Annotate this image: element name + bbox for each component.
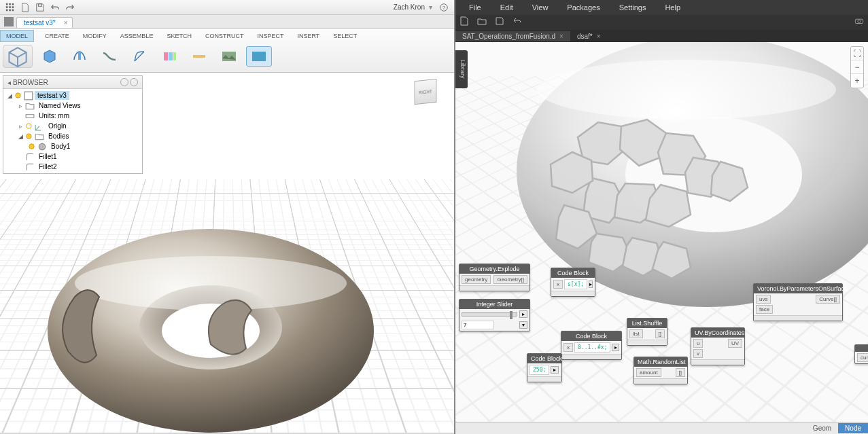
new-icon[interactable]	[459, 16, 469, 29]
code-text[interactable]: 0..1..#x;	[574, 342, 610, 352]
slider-value-input[interactable]	[462, 321, 494, 329]
menu-construct[interactable]: CONSTRUCT	[198, 31, 251, 41]
fit-view-icon[interactable]: ⛶	[851, 47, 863, 60]
port-out[interactable]: ▸	[519, 310, 527, 318]
viewcube[interactable]: RIGHT	[413, 79, 445, 111]
node-partial-curve[interactable]: curv	[854, 344, 868, 364]
node-voronoi[interactable]: Voronoi.ByParametersOnSurface uvsCurve[]…	[753, 283, 843, 321]
menu-edit[interactable]: Edit	[491, 1, 523, 14]
dynamo-workspace[interactable]: Library ⛶ − + Ge	[455, 42, 868, 422]
tree-units[interactable]: Units: mm	[3, 111, 142, 121]
tool-extrude[interactable]	[37, 46, 63, 67]
menu-view[interactable]: View	[523, 1, 558, 14]
home-icon[interactable]	[4, 17, 14, 26]
tree-origin[interactable]: ▹ Origin	[3, 121, 142, 131]
document-tab[interactable]: testsat v3* ×	[16, 17, 73, 28]
save-icon[interactable]	[34, 1, 46, 14]
close-icon[interactable]: ×	[597, 33, 601, 40]
port-out[interactable]: Curve[]	[816, 295, 840, 304]
tool-hole[interactable]	[156, 46, 182, 67]
undo-icon[interactable]	[49, 1, 61, 14]
node-list-shuffle[interactable]: List.Shuffle list[]	[627, 318, 667, 346]
menu-help[interactable]: Help	[655, 1, 690, 14]
menu-sketch[interactable]: SKETCH	[160, 31, 198, 41]
tree-named-views[interactable]: ▹ Named Views	[3, 101, 142, 111]
undo-icon[interactable]	[513, 16, 522, 29]
close-tab-icon[interactable]: ×	[64, 19, 68, 26]
redo-icon[interactable]	[64, 1, 76, 14]
port-in[interactable]: x	[553, 280, 563, 289]
tree-fillet2[interactable]: Fillet2	[3, 162, 142, 172]
port-out[interactable]: ▸	[551, 366, 559, 374]
open-icon[interactable]	[477, 16, 487, 29]
menu-select[interactable]: SELECT	[326, 31, 364, 41]
node-code-block-1[interactable]: Code Block xs[x];▸	[551, 268, 595, 297]
node-code-block-2[interactable]: Code Block x0..1..#x;▸	[561, 331, 622, 360]
expand-icon[interactable]: ◢	[6, 92, 13, 99]
port-out[interactable]: ▸	[612, 344, 619, 351]
visibility-icon[interactable]	[28, 143, 36, 151]
port-out[interactable]: ▸	[589, 281, 593, 288]
collapse-icon[interactable]: ◂	[7, 79, 11, 86]
save-icon[interactable]	[495, 16, 504, 29]
tree-root[interactable]: ◢ testsat v3	[3, 90, 142, 101]
port-in[interactable]: amount	[636, 368, 661, 377]
port-in-face[interactable]: face	[756, 305, 773, 314]
browser-header[interactable]: ◂ BROWSER	[3, 76, 142, 89]
port-out[interactable]: []	[655, 329, 665, 338]
node-integer-slider[interactable]: Integer Slider ▸ ▾	[459, 299, 530, 331]
workspace-selector[interactable]: MODEL	[0, 30, 34, 42]
node-geometry-explode[interactable]: Geometry.Explode geometryGeometry[]	[459, 264, 530, 291]
menu-assemble[interactable]: ASSEMBLE	[114, 31, 160, 41]
visibility-icon[interactable]	[25, 122, 33, 130]
tool-thread[interactable]	[186, 46, 212, 67]
menu-file[interactable]: File	[459, 1, 491, 14]
visibility-icon[interactable]	[25, 132, 33, 141]
code-text[interactable]: s[x];	[564, 279, 587, 289]
port-in[interactable]: list	[629, 329, 643, 338]
tree-fillet1[interactable]: Fillet1	[3, 151, 142, 162]
expand-icon[interactable]: ◢	[17, 133, 24, 140]
visibility-icon[interactable]	[14, 92, 22, 100]
tool-appearance[interactable]	[246, 46, 272, 67]
expand-icon[interactable]: ▹	[17, 103, 24, 109]
tree-bodies[interactable]: ◢ Bodies	[3, 131, 142, 141]
tool-box-primitive[interactable]	[3, 45, 33, 68]
torus-model[interactable]	[34, 195, 387, 434]
zoom-out-icon[interactable]: −	[851, 60, 863, 74]
menu-create[interactable]: CREATE	[38, 31, 76, 41]
menu-settings[interactable]: Settings	[610, 1, 656, 14]
port-out[interactable]: []	[676, 368, 685, 377]
port-out[interactable]: Geometry[]	[493, 275, 527, 284]
node-uv-bycoordinates[interactable]: UV.ByCoordinates uUV v	[691, 327, 745, 365]
node-code-block-3[interactable]: Code Block 250;▸	[527, 353, 562, 382]
port-in-uvs[interactable]: uvs	[756, 295, 771, 304]
dynamo-tab-2[interactable]: dsaf*×	[570, 31, 608, 41]
tool-image[interactable]	[216, 46, 242, 67]
port-in[interactable]: geometry	[462, 275, 491, 284]
help-icon[interactable]: ?	[438, 1, 450, 14]
slider-track[interactable]	[462, 312, 517, 317]
dynamo-tab-1[interactable]: SAT_Operations_fromFusion.d×	[455, 31, 570, 41]
menu-insert[interactable]: INSERT	[290, 31, 326, 41]
menu-packages[interactable]: Packages	[557, 1, 609, 14]
camera-icon[interactable]	[854, 16, 864, 29]
expand-icon[interactable]: ▹	[17, 123, 24, 130]
user-dropdown-icon[interactable]: ▾	[429, 3, 432, 11]
close-icon[interactable]: ×	[559, 33, 563, 40]
menu-inspect[interactable]: INSPECT	[250, 31, 290, 41]
browser-pin-icon[interactable]	[120, 78, 128, 86]
user-name[interactable]: Zach Kron	[394, 3, 425, 11]
library-tab[interactable]: Library	[455, 50, 468, 88]
port-in[interactable]: x	[563, 343, 573, 352]
apps-grid-icon[interactable]	[4, 1, 16, 14]
footer-node[interactable]: Node	[838, 423, 868, 433]
node-math-randomlist[interactable]: Math.RandomList amount[]	[633, 357, 688, 384]
code-text[interactable]: 250;	[530, 365, 549, 375]
port-in-u[interactable]: u	[693, 339, 703, 348]
tool-revolve[interactable]	[67, 46, 92, 67]
tree-body1[interactable]: Body1	[3, 141, 142, 151]
port-in[interactable]: curv	[857, 353, 868, 362]
tool-sweep[interactable]	[97, 46, 122, 67]
stepper-icon[interactable]: ▾	[519, 321, 527, 329]
